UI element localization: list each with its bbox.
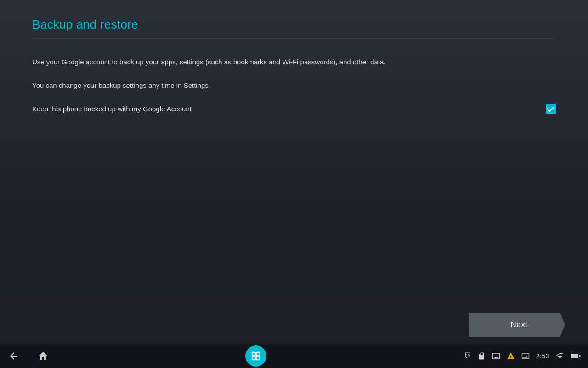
svg-rect-5 (571, 354, 578, 358)
recents-button[interactable] (245, 345, 266, 367)
wifi-icon (556, 352, 564, 360)
svg-rect-0 (252, 352, 255, 356)
nav-bar: 2:53 (0, 344, 588, 368)
warning-icon (507, 352, 515, 360)
time-display: 2:53 (536, 352, 549, 360)
screenshot-icon (521, 352, 530, 360)
title-divider (32, 38, 556, 39)
page-title: Backup and restore (32, 9, 556, 38)
description-text-1: Use your Google account to back up your … (32, 57, 556, 68)
back-button[interactable] (7, 350, 20, 362)
backup-option-label: Keep this phone backed up with my Google… (32, 105, 192, 113)
backup-checkbox[interactable] (546, 104, 556, 114)
description-text-2: You can change your backup settings any … (32, 80, 556, 91)
sd-card-icon (477, 352, 486, 360)
home-button[interactable] (37, 350, 50, 362)
gallery-icon (492, 352, 500, 360)
main-content: Backup and restore Use your Google accou… (0, 0, 588, 114)
svg-rect-3 (256, 356, 260, 360)
usb-icon (463, 352, 471, 360)
backup-checkbox-container[interactable] (546, 104, 556, 114)
svg-rect-1 (256, 352, 260, 356)
next-button-container: Next (469, 313, 565, 337)
next-button-label: Next (469, 320, 565, 329)
backup-option-row: Keep this phone backed up with my Google… (32, 104, 556, 114)
svg-rect-6 (579, 355, 581, 357)
svg-rect-2 (252, 356, 255, 360)
battery-icon (571, 353, 581, 359)
next-button[interactable]: Next (469, 313, 565, 337)
status-bar: 2:53 (463, 352, 581, 360)
nav-left (7, 350, 50, 362)
